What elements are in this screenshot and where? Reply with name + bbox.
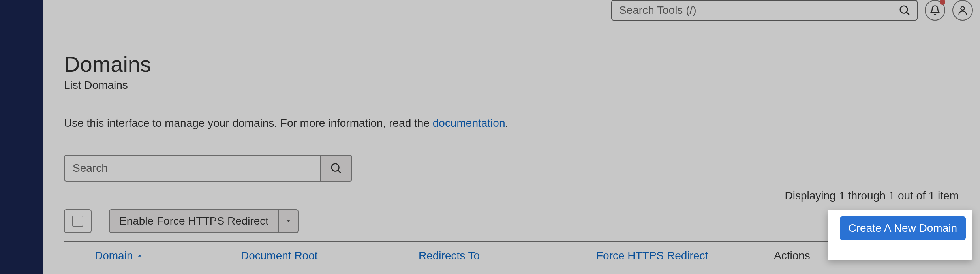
page-description: Use this interface to manage your domain… — [64, 117, 959, 129]
column-header-domain[interactable]: Domain — [95, 250, 241, 262]
documentation-link[interactable]: documentation — [433, 117, 505, 129]
filter-search-row — [64, 155, 959, 182]
filter-search-input[interactable] — [64, 155, 321, 182]
table-header-row: Domain Document Root Redirects To Force … — [64, 241, 959, 262]
checkbox-box-icon — [72, 216, 83, 227]
column-header-actions: Actions — [774, 250, 810, 262]
page-title: Domains — [64, 52, 959, 77]
page-subtitle: List Domains — [64, 79, 959, 92]
column-header-force-https[interactable]: Force HTTPS Redirect — [596, 250, 774, 262]
bulk-action-button[interactable]: Enable Force HTTPS Redirect — [109, 209, 279, 233]
svg-point-2 — [961, 7, 964, 10]
desc-prefix: Use this interface to manage your domain… — [64, 117, 433, 129]
search-tools-input[interactable] — [611, 0, 918, 21]
notifications-button[interactable] — [925, 0, 945, 21]
svg-line-4 — [338, 170, 340, 173]
left-nav-rail — [0, 0, 43, 274]
caret-down-icon — [284, 217, 292, 225]
sort-asc-icon — [136, 252, 144, 260]
create-domain-popover: Create A New Domain — [828, 210, 972, 260]
column-header-redirects-to[interactable]: Redirects To — [419, 250, 596, 262]
filter-search-button[interactable] — [321, 155, 352, 182]
pagination-status: Displaying 1 through 1 out of 1 item — [64, 190, 959, 202]
select-all-checkbox[interactable] — [64, 209, 92, 233]
create-new-domain-button[interactable]: Create A New Domain — [840, 216, 966, 240]
user-icon — [957, 5, 968, 16]
user-account-button[interactable] — [952, 0, 973, 21]
bulk-toolbar: Enable Force HTTPS Redirect — [64, 209, 959, 233]
desc-suffix: . — [505, 117, 508, 129]
search-tools-wrap — [611, 0, 918, 21]
column-header-document-root[interactable]: Document Root — [241, 250, 419, 262]
notification-badge — [940, 0, 945, 5]
svg-line-1 — [907, 12, 909, 15]
bell-icon — [929, 5, 941, 16]
column-header-domain-label: Domain — [95, 250, 133, 262]
top-header — [43, 0, 980, 32]
domains-table: Domain Document Root Redirects To Force … — [64, 241, 959, 262]
search-icon — [330, 162, 342, 174]
bulk-action-dropdown: Enable Force HTTPS Redirect — [109, 209, 299, 233]
bulk-action-caret[interactable] — [279, 209, 299, 233]
search-icon — [899, 4, 911, 16]
